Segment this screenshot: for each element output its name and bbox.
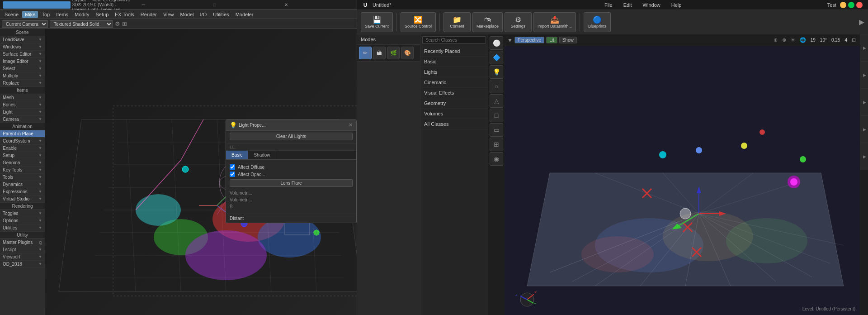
sidebar-item-multiply[interactable]: Multiply▼ <box>0 72 45 80</box>
sidebar-item-parent-in-place[interactable]: Parent in Place <box>0 130 45 138</box>
mode-foliage-icon[interactable]: 🌿 <box>387 47 400 59</box>
lw-menu-scene[interactable]: Scene <box>2 11 21 18</box>
ue-menu-window[interactable]: Window <box>640 1 663 9</box>
sidebar-item-camera[interactable]: Camera▼ <box>0 116 45 123</box>
sidebar-item-surface-editor[interactable]: Surface Editor▼ <box>0 51 45 58</box>
place-icon-grid[interactable]: ⊞ <box>490 138 503 151</box>
affect-opac-checkbox[interactable] <box>230 172 235 177</box>
sidebar-item-enable[interactable]: Enable▼ <box>0 145 45 152</box>
sidebar-item-utilities[interactable]: Utilities▼ <box>0 224 45 232</box>
viewport-ctrl-fullscreen[interactable]: ⊡ <box>850 37 857 43</box>
lens-flare-button[interactable]: Lens Flare <box>230 179 353 187</box>
right-panel-tab-2[interactable]: ▶ <box>860 62 868 89</box>
ue-3d-scene[interactable]: LIGHTING NEEDS TO BE REBUILT (9 unbuilt … <box>505 46 860 315</box>
place-category-lights[interactable]: Lights <box>420 67 488 77</box>
sidebar-item-master-plugins[interactable]: Master PluginsQ <box>0 239 45 246</box>
sidebar-item-replace[interactable]: Replace▼ <box>0 80 45 87</box>
sidebar-item-image-editor[interactable]: Image Editor▼ <box>0 58 45 65</box>
right-panel-tab-3[interactable]: ▶ <box>860 89 868 116</box>
sidebar-item-loadsave[interactable]: Load/Save▼ <box>0 36 45 43</box>
place-category-cinematic[interactable]: Cinematic <box>420 77 488 88</box>
sidebar-item-key-tools[interactable]: Key Tools▼ <box>0 167 45 174</box>
place-icon-misc[interactable]: ◉ <box>490 152 503 166</box>
lw-menu-modeler[interactable]: Modeler <box>233 11 256 18</box>
right-panel-tab-5[interactable]: ▶ <box>860 143 868 170</box>
lw-minimize-button[interactable]: ─ <box>140 2 212 7</box>
camera-dropdown[interactable]: Current Camera <box>2 20 48 28</box>
place-icon-sphere[interactable]: ⚪ <box>490 36 503 50</box>
place-category-recently-placed[interactable]: Recently Placed <box>420 46 488 57</box>
sidebar-item-virtual-studio[interactable]: Virtual Studio▼ <box>0 196 45 203</box>
ue-viewport[interactable]: ▼ Perspective Lit Show ⊕ ⊗ ☀ 🌐 19 10° 0.… <box>505 34 860 315</box>
import-datasmith-button[interactable]: 📥 Import Datasmith... <box>533 12 576 32</box>
lw-menu-view[interactable]: View <box>160 11 177 18</box>
sidebar-item-setup[interactable]: Setup▼ <box>0 152 45 159</box>
lw-menu-utilities[interactable]: Utilities <box>210 11 231 18</box>
lw-maximize-button[interactable]: □ <box>211 2 283 7</box>
shading-dropdown[interactable]: Textured Shaded Solid <box>50 20 113 28</box>
sidebar-item-options[interactable]: Options▼ <box>0 217 45 224</box>
show-button[interactable]: Show <box>559 37 577 43</box>
tab-basic[interactable]: Basic <box>226 151 248 159</box>
right-panel-tab-4[interactable]: ▶ <box>860 116 868 143</box>
right-panel-tab-1[interactable]: ▶ <box>860 34 868 62</box>
source-control-button[interactable]: 🔀 Source Control <box>401 12 436 32</box>
sidebar-item-bones[interactable]: Bones▼ <box>0 101 45 109</box>
sidebar-item-od2018[interactable]: OD_2018▼ <box>0 261 45 268</box>
toolbar-expand-icon[interactable]: ⊞ <box>122 20 127 27</box>
search-classes-input[interactable] <box>422 36 486 44</box>
toolbar-settings-icon[interactable]: ⚙ <box>115 20 120 27</box>
tab-shadow[interactable]: Shadow <box>248 151 276 159</box>
clear-all-lights-button[interactable]: Clear All Lights <box>230 133 353 140</box>
lw-menu-modify[interactable]: Modify <box>72 11 92 18</box>
sidebar-item-select[interactable]: Select▼ <box>0 65 45 72</box>
place-icon-plane[interactable]: ▭ <box>490 123 503 137</box>
place-icon-light1[interactable]: 💡 <box>490 65 503 79</box>
lw-menu-render[interactable]: Render <box>138 11 160 18</box>
viewport-ctrl-1[interactable]: ⊕ <box>772 37 779 43</box>
sidebar-item-expressions[interactable]: Expressions▼ <box>0 188 45 196</box>
lw-menu-mike[interactable]: Mike <box>22 11 38 18</box>
ue-maximize-button[interactable] <box>848 2 854 8</box>
marketplace-button[interactable]: 🛍 Marketplace <box>472 12 503 32</box>
viewport-ctrl-4[interactable]: 🌐 <box>798 37 807 43</box>
lw-menu-io[interactable]: I/O <box>198 11 210 18</box>
place-category-visual-effects[interactable]: Visual Effects <box>420 88 488 98</box>
toolbar-right-expand-icon[interactable]: ▶ <box>859 18 864 26</box>
ue-menu-file[interactable]: File <box>602 1 615 9</box>
lw-menu-top[interactable]: Top <box>39 11 52 18</box>
ue-close-button[interactable] <box>856 2 863 8</box>
sidebar-item-coordsystem[interactable]: CoordSystem▼ <box>0 138 45 145</box>
sidebar-item-viewport[interactable]: Viewport▼ <box>0 253 45 261</box>
sidebar-item-tools[interactable]: Tools▼ <box>0 174 45 181</box>
lw-menu-setup[interactable]: Setup <box>93 11 112 18</box>
viewport-dropdown-icon[interactable]: ▼ <box>507 37 513 43</box>
place-icon-cone[interactable]: △ <box>490 94 503 108</box>
perspective-button[interactable]: Perspective <box>514 37 544 43</box>
save-current-button[interactable]: 💾 Save Current <box>361 12 393 32</box>
viewport-ctrl-2[interactable]: ⊗ <box>781 37 788 43</box>
ue-minimize-button[interactable] <box>840 2 846 8</box>
lit-button[interactable]: Lit <box>546 37 557 43</box>
sidebar-item-light[interactable]: Light▼ <box>0 109 45 116</box>
place-icon-box[interactable]: □ <box>490 109 503 122</box>
content-button[interactable]: 📁 Content <box>443 12 471 32</box>
sidebar-item-toggles[interactable]: Toggles▼ <box>0 210 45 217</box>
lw-viewport[interactable]: 💡 Light Prope... ✕ Clear All Lights Li..… <box>45 29 357 315</box>
blueprints-button[interactable]: 🔵 Blueprints <box>584 12 611 32</box>
place-icon-cylinder[interactable]: 🔷 <box>490 51 503 64</box>
lw-menu-fxtools[interactable]: FX Tools <box>112 11 137 18</box>
ue-menu-edit[interactable]: Edit <box>621 1 635 9</box>
sidebar-item-lscript[interactable]: Lscript▼ <box>0 246 45 253</box>
place-category-basic[interactable]: Basic <box>420 57 488 67</box>
place-icon-sphere2[interactable]: ○ <box>490 80 503 93</box>
sidebar-item-dynamics[interactable]: Dynamics▼ <box>0 181 45 188</box>
viewport-ctrl-3[interactable]: ☀ <box>789 37 797 43</box>
place-category-all-classes[interactable]: All Classes <box>420 119 488 129</box>
sidebar-item-genoma[interactable]: Genoma▼ <box>0 159 45 167</box>
place-category-volumes[interactable]: Volumes <box>420 109 488 119</box>
sidebar-item-mesh[interactable]: Mesh▼ <box>0 94 45 101</box>
mode-place-icon[interactable]: ✏ <box>359 47 372 59</box>
affect-diffuse-checkbox[interactable] <box>230 164 235 170</box>
ue-menu-help[interactable]: Help <box>669 1 684 9</box>
